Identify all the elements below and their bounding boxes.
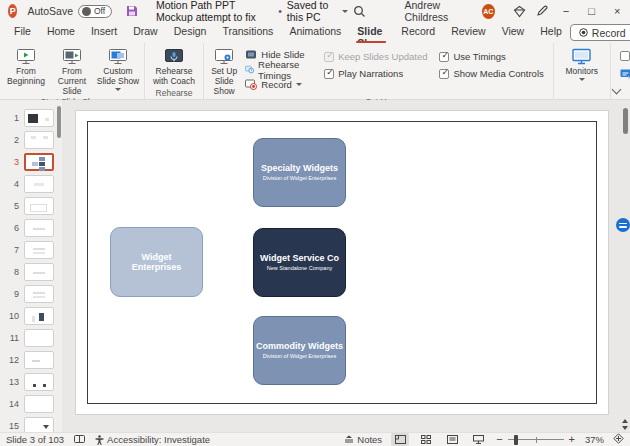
slide-thumbnail[interactable]: 5 xyxy=(0,196,62,215)
slide-number: 6 xyxy=(7,223,19,233)
search-icon[interactable] xyxy=(348,0,370,22)
slide-thumbnail[interactable]: 14 xyxy=(0,394,62,413)
powerpoint-logo-icon: P xyxy=(8,4,17,18)
notes-button[interactable]: Notes xyxy=(344,434,382,445)
menu-tab[interactable]: Help xyxy=(532,22,570,43)
slide-thumbnail-preview xyxy=(24,241,54,259)
group-label: Rehearse xyxy=(148,87,200,100)
save-status: Saved to this PC xyxy=(287,0,337,23)
slide-thumbnail[interactable]: 1 xyxy=(0,108,62,127)
slide-thumbnail[interactable]: 9 xyxy=(0,284,62,303)
group-set-up: Set Up Slide Show Hide Slide Rehearse Ti… xyxy=(204,43,554,99)
menu-tab[interactable]: Review xyxy=(443,22,493,43)
menu-tab[interactable]: Animations xyxy=(281,22,349,43)
menu-tab[interactable]: Home xyxy=(39,22,83,43)
powerpoint-window: P AutoSave Off Motion Path PPT Mockup at… xyxy=(0,0,630,446)
checkbox-icon xyxy=(324,69,334,79)
slide-thumbnail[interactable]: 6 xyxy=(0,218,62,237)
slide-sorter-view-button[interactable] xyxy=(417,433,435,446)
previous-slide-button[interactable] xyxy=(622,419,628,423)
thumbnail-scrollbar-thumb[interactable] xyxy=(57,106,61,138)
checkbox-keep-slides-updated[interactable]: Keep Slides Updated xyxy=(324,51,427,62)
slide-show-view-button[interactable] xyxy=(469,433,487,446)
slide-thumbnail[interactable]: 3 xyxy=(0,152,62,171)
normal-view-button[interactable] xyxy=(391,433,409,446)
present-online-icon[interactable] xyxy=(509,0,531,22)
checkbox-icon xyxy=(439,52,449,62)
slide-thumbnail[interactable]: 12 xyxy=(0,350,62,369)
set-up-slide-show-button[interactable]: Set Up Slide Show xyxy=(207,46,241,96)
chevron-down-icon xyxy=(579,78,585,81)
slide-canvas[interactable]: Specialty Widgets Division of Widget Ent… xyxy=(62,100,630,432)
record-button[interactable]: Record xyxy=(570,24,630,41)
shape-widget-service-co[interactable]: Widget Service Co New Standalone Company xyxy=(253,228,346,297)
slide-thumbnail-preview xyxy=(24,197,54,215)
checkbox-show-media-controls[interactable]: Show Media Controls xyxy=(439,68,543,79)
slide-thumbnail-preview xyxy=(24,131,54,149)
rehearse-timings-button[interactable]: Rehearse Timings xyxy=(245,63,314,76)
next-slide-button[interactable] xyxy=(622,426,628,430)
menu-tab[interactable]: Design xyxy=(166,22,215,43)
slide-thumbnail[interactable]: 7 xyxy=(0,240,62,259)
slide-thumbnail[interactable]: 13 xyxy=(0,372,62,391)
menu-tab[interactable]: View xyxy=(494,22,533,43)
maximize-button[interactable]: □ xyxy=(579,0,605,22)
slide-indicator[interactable]: Slide 3 of 103 xyxy=(6,434,64,445)
subtitle-settings-button[interactable]: Subtitle Settings xyxy=(620,67,630,80)
slide-thumbnail[interactable]: 2 xyxy=(0,130,62,149)
zoom-out-button[interactable]: − xyxy=(496,434,502,445)
rehearse-with-coach-button[interactable]: Rehearse with Coach xyxy=(148,46,200,87)
shape-commodity-widgets[interactable]: Commodity Widgets Division of Widget Ent… xyxy=(253,316,346,385)
menu-tab[interactable]: Insert xyxy=(83,22,125,43)
fit-to-window-button[interactable] xyxy=(613,433,624,446)
zoom-slider[interactable] xyxy=(508,439,564,441)
checkbox-icon xyxy=(439,69,449,79)
reading-view-button[interactable] xyxy=(443,433,461,446)
minimize-button[interactable]: − xyxy=(553,0,579,22)
checkbox-play-narrations[interactable]: Play Narrations xyxy=(324,68,427,79)
slide-thumbnail[interactable]: 8 xyxy=(0,262,62,281)
slide-thumbnail[interactable]: 10 xyxy=(0,306,62,325)
slide-thumbnail[interactable]: 15 xyxy=(0,416,62,432)
shape-specialty-widgets[interactable]: Specialty Widgets Division of Widget Ent… xyxy=(253,138,346,207)
menu-tab[interactable]: File xyxy=(6,22,39,43)
monitors-button[interactable]: Monitors xyxy=(557,46,607,81)
record-slideshow-button[interactable]: Record xyxy=(245,78,314,91)
save-icon[interactable] xyxy=(126,5,138,17)
user-name[interactable]: Andrew Childress xyxy=(404,0,474,23)
slide-thumbnail-preview xyxy=(24,285,54,303)
menu-tab[interactable]: Transitions xyxy=(214,22,281,43)
monitor-custom-icon xyxy=(108,48,128,65)
document-title[interactable]: Motion Path PPT Mockup attempt to fix Sa… xyxy=(156,0,348,23)
zoom-level[interactable]: 37% xyxy=(580,434,604,445)
display-settings-icon[interactable] xyxy=(74,435,85,444)
zoom-slider-thumb[interactable] xyxy=(514,435,518,445)
checkbox-use-timings[interactable]: Use Timings xyxy=(439,51,543,62)
shape-widget-enterprises[interactable]: Widget Enterprises xyxy=(110,227,203,297)
user-avatar[interactable]: AC xyxy=(482,4,495,19)
subtitle-settings-icon xyxy=(620,68,630,79)
close-button[interactable]: × xyxy=(604,0,630,22)
accessibility-status[interactable]: Accessibility: Investigate xyxy=(95,434,210,445)
menu-tab[interactable]: Slide Show xyxy=(349,22,393,43)
thumbnail-art xyxy=(33,248,45,250)
autosave-toggle[interactable]: Off xyxy=(78,5,112,18)
slide-3-editing-surface[interactable]: Specialty Widgets Division of Widget Ent… xyxy=(76,111,608,414)
autosave-control[interactable]: AutoSave Off xyxy=(27,5,112,18)
checkbox-always-use-subtitles[interactable]: Always Use Subtitles xyxy=(620,50,630,61)
menu-tab[interactable]: Record xyxy=(393,22,443,43)
ribbon-tab-row: File Home Insert Draw Design Transitions… xyxy=(0,22,630,43)
custom-slide-show-button[interactable]: Custom Slide Show xyxy=(95,46,141,91)
ribbon: From Beginning From Current Slide Custom… xyxy=(0,43,630,100)
coauthor-presence-icon[interactable] xyxy=(616,218,630,232)
canvas-scrollbar-thumb[interactable] xyxy=(623,108,628,134)
thumbnail-art xyxy=(30,204,47,212)
menu-tab[interactable]: Draw xyxy=(125,22,166,43)
slide-thumbnail[interactable]: 4 xyxy=(0,174,62,193)
slide-thumbnail[interactable]: 11 xyxy=(0,328,62,347)
pen-icon[interactable] xyxy=(531,0,553,22)
zoom-in-button[interactable]: + xyxy=(569,434,575,445)
from-current-slide-button[interactable]: From Current Slide xyxy=(49,46,95,96)
thumbnail-scroll-down-icon[interactable] xyxy=(43,425,49,429)
from-beginning-button[interactable]: From Beginning xyxy=(3,46,49,87)
